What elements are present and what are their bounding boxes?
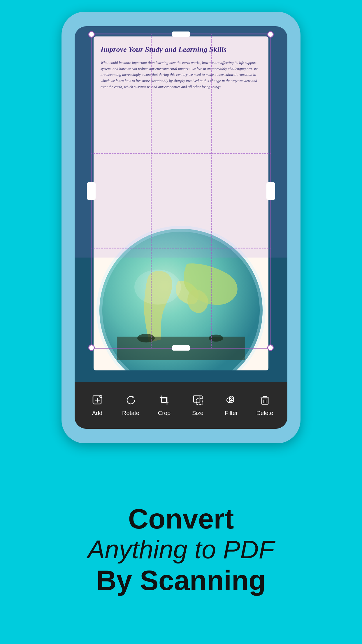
tool-crop[interactable]: Crop [151, 395, 178, 416]
rotate-icon [125, 395, 136, 407]
crop-handle-left[interactable] [87, 182, 96, 200]
crop-icon [159, 395, 170, 407]
toolbar: Add Rotate [75, 382, 287, 429]
phone-screen: Improve Your Study and Learning Skills W… [75, 26, 287, 429]
svg-rect-16 [196, 399, 202, 405]
rotate-label: Rotate [122, 410, 139, 416]
size-icon [192, 395, 203, 407]
delete-icon [259, 395, 270, 407]
crop-handle-bottom[interactable] [172, 345, 190, 351]
crop-corner-bl[interactable] [88, 344, 95, 351]
add-icon [92, 395, 103, 407]
document-area: Improve Your Study and Learning Skills W… [75, 26, 287, 382]
add-label: Add [92, 410, 103, 416]
filter-icon [226, 395, 237, 407]
filter-label: Filter [225, 410, 238, 416]
tool-size[interactable]: Size [185, 395, 211, 416]
tool-delete[interactable]: Delete [252, 395, 278, 416]
phone-container: Improve Your Study and Learning Skills W… [0, 0, 362, 455]
convert-line2: Anything to PDF [88, 534, 275, 565]
svg-rect-14 [162, 398, 166, 402]
crop-corner-br[interactable] [267, 344, 274, 351]
tool-filter[interactable]: Filter [218, 395, 245, 416]
tool-add[interactable]: Add [84, 395, 110, 416]
crop-label: Crop [158, 410, 171, 416]
tool-rotate[interactable]: Rotate [118, 395, 144, 416]
crop-frame[interactable] [91, 34, 271, 349]
delete-label: Delete [256, 410, 273, 416]
size-label: Size [192, 410, 203, 416]
convert-line3: By Scanning [96, 565, 266, 596]
crop-corner-tr[interactable] [267, 31, 274, 38]
convert-line1: Convert [128, 503, 234, 534]
crop-corner-tl[interactable] [88, 31, 95, 38]
crop-handle-right[interactable] [266, 182, 275, 200]
bottom-text-area: Convert Anything to PDF By Scanning [0, 455, 362, 644]
crop-handle-top[interactable] [172, 32, 190, 37]
phone-device: Improve Your Study and Learning Skills W… [61, 12, 301, 443]
